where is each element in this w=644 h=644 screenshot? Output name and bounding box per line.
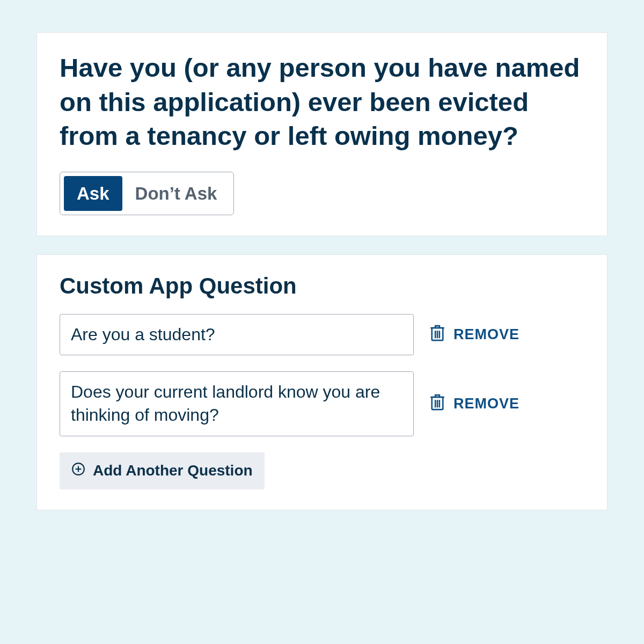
remove-question-button[interactable]: REMOVE xyxy=(429,323,519,346)
custom-question-row: Are you a student? REMOVE xyxy=(60,314,584,355)
custom-question-card: Custom App Question Are you a student? R… xyxy=(36,254,608,510)
add-question-label: Add Another Question xyxy=(93,462,253,479)
custom-question-input[interactable]: Are you a student? xyxy=(60,314,414,355)
ask-button[interactable]: Ask xyxy=(64,176,122,211)
plus-circle-icon xyxy=(71,462,85,480)
remove-question-button[interactable]: REMOVE xyxy=(429,392,519,415)
remove-label: REMOVE xyxy=(453,326,519,343)
add-question-button[interactable]: Add Another Question xyxy=(60,452,265,489)
eviction-question-card: Have you (or any person you have named o… xyxy=(36,32,608,236)
trash-icon xyxy=(429,323,446,346)
eviction-question-title: Have you (or any person you have named o… xyxy=(60,51,584,153)
custom-question-input[interactable]: Does your current landlord know you are … xyxy=(60,371,414,436)
remove-label: REMOVE xyxy=(453,396,519,412)
ask-toggle-group: Ask Don’t Ask xyxy=(60,172,234,215)
custom-section-title: Custom App Question xyxy=(60,273,584,299)
custom-question-row: Does your current landlord know you are … xyxy=(60,371,584,436)
dont-ask-button[interactable]: Don’t Ask xyxy=(122,176,230,211)
trash-icon xyxy=(429,392,446,415)
